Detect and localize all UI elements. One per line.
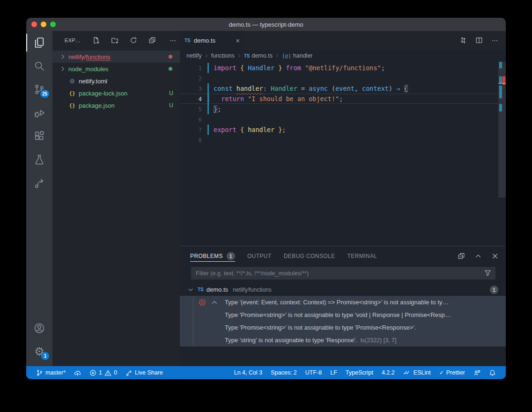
explorer-more-actions-button[interactable]: ⋯ [170, 37, 177, 44]
breadcrumb-functions[interactable]: functions [211, 52, 235, 59]
code-line-1[interactable]: 1import { Handler } from "@netlify/funct… [180, 63, 498, 73]
status-notifications[interactable] [485, 366, 500, 379]
traffic-lights [31, 22, 56, 27]
status-label: Prettier [446, 369, 465, 376]
tree-item-label: node_modules [68, 66, 169, 73]
cloud-upload-icon [74, 369, 81, 376]
status-feedback[interactable] [469, 366, 485, 379]
code-line-5[interactable]: 5}; [180, 104, 498, 114]
status-git-branch[interactable]: master* [32, 366, 70, 379]
chevron-up-icon[interactable] [474, 252, 482, 260]
problem-message-row[interactable]: Type 'Promise<string>' is not assignable… [180, 321, 506, 334]
tree-item-package-lock-json[interactable]: {}package-lock.jsonU [52, 87, 180, 99]
breadcrumb-demo-ts[interactable]: TSdemo.ts [244, 52, 273, 59]
code-line-7[interactable]: 7export { handler }; [180, 125, 498, 135]
activity-bar-item-live-share[interactable] [26, 171, 52, 195]
panel-tab-terminal[interactable]: TERMINAL [347, 246, 377, 266]
beaker-icon [34, 154, 45, 165]
status-ts-version[interactable]: 4.2.2 [377, 366, 399, 379]
split-editor-icon[interactable] [475, 36, 483, 44]
status-cursor-position[interactable]: Ln 4, Col 3 [230, 366, 266, 379]
minimize-window-button[interactable] [41, 22, 46, 27]
line-number: 4 [180, 96, 202, 103]
zoom-window-button[interactable] [50, 22, 56, 27]
status-encoding[interactable]: UTF-8 [301, 366, 326, 379]
status-label: master* [45, 369, 66, 376]
status-eslint[interactable]: ✓✓ESLint [399, 366, 435, 379]
code-line-4[interactable]: 4 return "I should be an object!"; [180, 94, 498, 104]
code-line-8[interactable]: 8 [180, 135, 498, 145]
status-eol[interactable]: LF [326, 366, 341, 379]
code-line-6[interactable]: 6 [180, 114, 498, 125]
tree-item-netlify-functions[interactable]: netlify/functions [52, 51, 180, 63]
git-modified-gutter [207, 114, 209, 125]
open-changes-icon[interactable] [459, 36, 467, 44]
editor-more-actions-icon[interactable]: ⋯ [491, 36, 499, 44]
overview-ruler[interactable] [498, 62, 506, 246]
activity-bar-item-run-debug[interactable] [26, 101, 52, 125]
close-tab-icon[interactable]: × [236, 37, 240, 44]
activity-bar-item-account[interactable] [26, 316, 52, 340]
filter-input[interactable] [191, 267, 495, 280]
new-file-button[interactable] [92, 36, 100, 44]
refresh-button[interactable] [129, 36, 138, 44]
code-line-2[interactable]: 2 [180, 73, 498, 83]
status-indentation[interactable]: Spaces: 2 [266, 366, 301, 379]
close-icon[interactable] [491, 252, 499, 260]
status-prettier[interactable]: ✓Prettier [435, 366, 469, 379]
filter-icon[interactable] [484, 269, 492, 277]
symbol-variable-icon: [@] [282, 53, 291, 59]
status-dot [169, 67, 172, 71]
problem-message-row[interactable]: Type 'string' is not assignable to type … [180, 334, 506, 346]
chevron-right-icon [274, 53, 280, 59]
restore-panel-icon[interactable] [457, 252, 466, 260]
activity-bar: 25 ⚙1 [26, 31, 52, 366]
tree-item-package-json[interactable]: {}package.jsonU [52, 99, 180, 111]
typescript-file-icon: TS [244, 53, 250, 59]
status-label: 4.2.2 [382, 369, 395, 376]
panel-tab-output[interactable]: OUTPUT [247, 246, 272, 266]
activity-bar-item-testing[interactable] [26, 148, 52, 171]
tree-item-netlify-toml[interactable]: ⚙netlify.toml [52, 75, 180, 87]
check-icon: ✓ [439, 369, 444, 376]
collapse-icon[interactable] [211, 299, 218, 306]
status-live-share[interactable]: Live Share [121, 366, 167, 379]
chevron-down-icon[interactable] [187, 287, 195, 293]
code-text: export { handler }; [209, 126, 286, 133]
chevron-right-icon [204, 53, 209, 59]
chevron-right-icon[interactable] [59, 53, 66, 60]
chevron-right-icon[interactable] [59, 65, 66, 73]
collapse-all-button[interactable] [148, 36, 156, 44]
breadcrumb-handler[interactable]: [@]handler [282, 52, 313, 59]
panel-tab-debug-console[interactable]: DEBUG CONSOLE [284, 246, 335, 266]
activity-bar-item-extensions[interactable] [26, 125, 52, 148]
panel-tab-problems[interactable]: PROBLEMS1 [190, 246, 235, 266]
activity-bar-item-source-control[interactable]: 25 [26, 78, 52, 101]
activity-bar-item-search[interactable] [26, 54, 52, 78]
close-window-button[interactable] [31, 22, 37, 27]
code-line-3[interactable]: 3const handler: Handler = async (event, … [180, 83, 498, 94]
tab-label: demo.ts [194, 37, 215, 44]
new-folder-button[interactable] [111, 36, 119, 44]
status-label: 1 [99, 369, 102, 376]
tree-item-label: package-lock.json [79, 90, 169, 97]
status-language-mode[interactable]: TypeScript [341, 366, 377, 379]
status-publish-changes[interactable] [70, 366, 85, 379]
problem-message-row[interactable]: Type 'Promise<string>' is not assignable… [180, 309, 506, 321]
breadcrumb-netlify[interactable]: netlify [186, 52, 202, 59]
gearfile-file-icon: ⚙ [68, 78, 76, 85]
activity-bar-item-explorer[interactable] [26, 31, 52, 54]
problem-message-text: Type 'Promise<string>' is not assignable… [225, 311, 451, 318]
tree-item-node-modules[interactable]: node_modules [52, 63, 180, 75]
status-problems-summary[interactable]: 10 [85, 366, 121, 379]
files-icon [34, 37, 45, 48]
problem-message-row[interactable]: Type '(event: Event, context: Context) =… [180, 296, 506, 309]
problems-file-row[interactable]: TS demo.ts netlify/functions 1 [180, 283, 506, 296]
vscode-window: demo.ts — typescript-demo 25 ⚙1 EXP… ⋯ n… [26, 18, 506, 379]
status-label: Live Share [135, 369, 163, 376]
status-label: UTF-8 [305, 369, 322, 376]
title-bar[interactable]: demo.ts — typescript-demo [26, 18, 506, 31]
code-editor[interactable]: 1import { Handler } from "@netlify/funct… [180, 62, 506, 246]
activity-bar-item-settings[interactable]: ⚙1 [26, 340, 52, 363]
tab-demo-ts[interactable]: TS demo.ts × [180, 31, 244, 50]
